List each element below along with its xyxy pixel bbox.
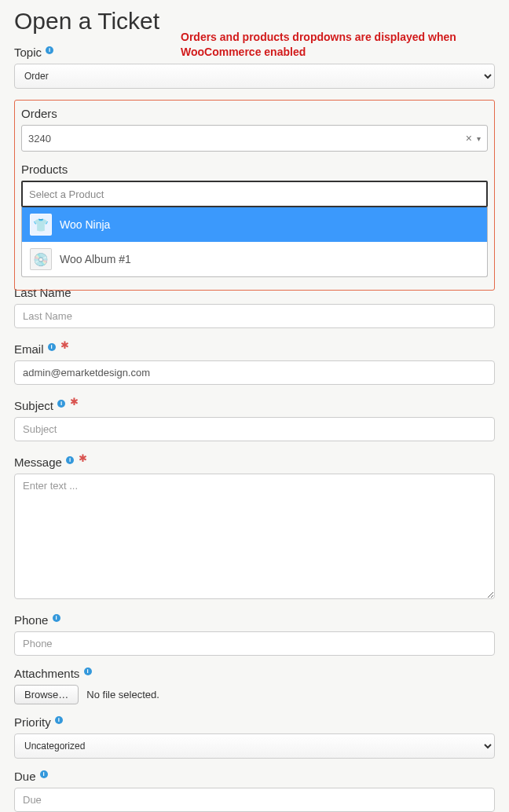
info-icon[interactable]: i — [53, 614, 60, 622]
product-option-label: Woo Ninja — [60, 218, 110, 231]
attachments-label-text: Attachments — [14, 667, 79, 680]
attachments-label: Attachments i — [14, 667, 495, 680]
message-label-text: Message — [14, 455, 62, 469]
field-message: Message i ✱ — [14, 452, 495, 602]
product-option-label: Woo Album #1 — [60, 253, 131, 265]
field-last-name: Last Name — [14, 286, 495, 328]
field-subject: Subject i ✱ — [14, 396, 495, 441]
product-option-woo-album[interactable]: 💿 Woo Album #1 — [22, 242, 487, 276]
phone-label: Phone i — [14, 613, 495, 627]
product-option-woo-ninja[interactable]: 👕 Woo Ninja — [22, 207, 487, 242]
products-label: Products — [21, 163, 488, 176]
info-icon[interactable]: i — [48, 343, 56, 351]
phone-input[interactable] — [14, 631, 495, 656]
field-due: Due i — [14, 770, 495, 812]
email-input[interactable] — [14, 360, 495, 385]
info-icon[interactable]: i — [40, 770, 48, 778]
chevron-down-icon[interactable]: ▾ — [477, 134, 481, 143]
info-icon[interactable]: i — [84, 668, 92, 675]
required-icon: ✱ — [60, 339, 69, 351]
product-thumb-icon: 💿 — [30, 248, 52, 270]
topic-select[interactable]: Order — [14, 64, 495, 89]
products-placeholder: Select a Product — [29, 188, 104, 200]
phone-label-text: Phone — [14, 613, 48, 627]
priority-label: Priority i — [14, 715, 495, 729]
info-icon[interactable]: i — [55, 716, 63, 724]
field-priority: Priority i Uncategorized — [14, 715, 495, 759]
message-label: Message i ✱ — [14, 452, 495, 469]
orders-label: Orders — [21, 107, 488, 120]
orders-value: 3240 — [28, 133, 51, 144]
email-label: Email i ✱ — [14, 339, 495, 356]
field-orders: Orders 3240 × ▾ — [21, 107, 488, 152]
subject-label-text: Subject — [14, 399, 53, 412]
email-label-text: Email — [14, 342, 44, 356]
priority-label-text: Priority — [14, 715, 51, 729]
last-name-input[interactable] — [14, 304, 495, 328]
message-textarea[interactable] — [14, 474, 495, 599]
subject-label: Subject i ✱ — [14, 396, 495, 412]
clear-icon[interactable]: × — [461, 132, 477, 144]
topic-label-text: Topic — [14, 46, 42, 59]
field-products: Products Select a Product 👕 Woo Ninja 💿 … — [21, 163, 488, 277]
info-icon[interactable]: i — [66, 456, 74, 464]
due-label-text: Due — [14, 770, 36, 783]
orders-select[interactable]: 3240 × ▾ — [21, 125, 488, 152]
priority-select[interactable]: Uncategorized — [14, 733, 495, 759]
due-input[interactable] — [14, 788, 495, 812]
field-attachments: Attachments i Browse… No file selected. — [14, 667, 495, 704]
file-status: No file selected. — [86, 689, 159, 700]
woocommerce-highlight-box: Orders 3240 × ▾ Products Select a Produc… — [14, 100, 495, 291]
info-icon[interactable]: i — [46, 46, 53, 54]
subject-input[interactable] — [14, 417, 495, 441]
products-dropdown: 👕 Woo Ninja 💿 Woo Album #1 — [21, 207, 488, 277]
required-icon: ✱ — [70, 396, 79, 408]
field-phone: Phone i — [14, 613, 495, 656]
field-email: Email i ✱ — [14, 339, 495, 385]
products-search-input[interactable]: Select a Product — [21, 181, 488, 207]
product-thumb-icon: 👕 — [30, 214, 52, 236]
required-icon: ✱ — [79, 452, 87, 464]
browse-button[interactable]: Browse… — [14, 685, 79, 704]
info-icon[interactable]: i — [57, 400, 65, 408]
annotation-note: Orders and products dropdowns are displa… — [181, 30, 509, 60]
due-label: Due i — [14, 770, 495, 783]
